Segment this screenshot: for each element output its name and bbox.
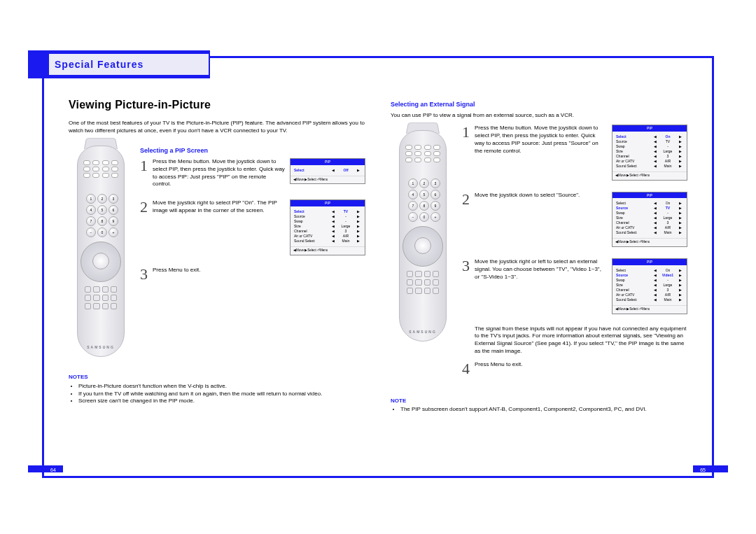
step-text: Move the joystick right or left to selec… xyxy=(475,258,612,314)
osd-row: Sound Select◀Main▶ xyxy=(616,164,683,169)
instruction-step: 1Press the Menu button. Move the joystic… xyxy=(140,158,365,188)
page-number-left: 64 xyxy=(50,468,56,472)
osd-row: Swap◀-▶ xyxy=(616,144,683,149)
numpad-key: 1 xyxy=(408,178,418,188)
osd-row: Source◀Video1▶ xyxy=(616,273,683,278)
remote-numpad: 123456789−0+ xyxy=(86,194,115,237)
numpad-key: 6 xyxy=(430,190,440,199)
osd-row: Sound Select◀Main▶ xyxy=(616,230,683,235)
instruction-step: 3Press Menu to exit. xyxy=(140,267,365,282)
osd-footer: ◀Move ▶Select ⏎Menu xyxy=(612,238,687,246)
note-item: The PIP subscreen doesn't support ANT-B,… xyxy=(400,406,687,414)
osd-row: Air or CATV◀AIR▶ xyxy=(294,234,361,239)
numpad-key: 5 xyxy=(419,190,429,199)
numpad-key: 4 xyxy=(86,205,96,215)
numpad-key: 6 xyxy=(108,205,118,215)
step-number: 1 xyxy=(140,158,153,188)
numpad-key: 9 xyxy=(430,201,440,211)
osd-row: Channel◀3▶ xyxy=(294,229,361,234)
note-item: Picture-in-Picture doesn't function when… xyxy=(78,383,365,391)
numpad-key: 2 xyxy=(97,194,107,204)
numpad-key: 0 xyxy=(419,212,429,222)
step-number: 4 xyxy=(462,361,475,377)
osd-row: Air or CATV◀AIR▶ xyxy=(616,293,683,297)
osd-title: PIP xyxy=(290,200,365,206)
osd-footer: ◀Move ▶Select ⏎Menu xyxy=(612,305,687,314)
osd-title: PIP xyxy=(612,192,687,199)
notes-head: NOTES xyxy=(69,374,365,381)
osd-row: Size◀Large▶ xyxy=(616,216,683,220)
step-number: 1 xyxy=(462,125,475,180)
numpad-key: − xyxy=(86,227,96,237)
osd-row: Swap◀-▶ xyxy=(616,278,683,283)
osd-row: Size◀Large▶ xyxy=(616,149,683,154)
osd-row: Source◀-▶ xyxy=(294,214,361,219)
notes-list-left: Picture-in-Picture doesn't function when… xyxy=(69,383,365,405)
brand-label: SAMSUNG xyxy=(78,345,124,350)
steps-container-right: 1Press the Menu button. Move the joystic… xyxy=(462,125,687,376)
note-item: Screen size can't be changed in the PIP … xyxy=(78,398,365,405)
brand-label: SAMSUNG xyxy=(400,330,446,335)
page-number-right: 65 xyxy=(700,468,706,472)
osd-row: Select◀TV▶ xyxy=(294,209,361,214)
instruction-step: 3Move the joystick right or left to sele… xyxy=(462,258,687,314)
osd-panel: PIPSelect◀On▶Source◀Video1▶Swap◀-▶Size◀L… xyxy=(612,258,687,314)
numpad-key: 4 xyxy=(408,190,418,199)
notes-head: NOTE xyxy=(391,398,687,405)
instruction-step: 1Press the Menu button. Move the joystic… xyxy=(462,125,687,180)
numpad-key: 0 xyxy=(97,227,107,237)
osd-title: PIP xyxy=(612,259,687,265)
steps-container-left: 1Press the Menu button. Move the joystic… xyxy=(140,158,365,282)
numpad-key: 3 xyxy=(430,178,440,188)
osd-row: Channel◀3▶ xyxy=(616,154,683,159)
instruction-step: 2Move the joystick down to select "Sourc… xyxy=(462,192,687,247)
osd-row: Channel◀3▶ xyxy=(616,288,683,293)
osd-row: Source◀TV▶ xyxy=(616,206,683,211)
osd-row: Air or CATV◀AIR▶ xyxy=(616,225,683,230)
section-title: Special Features xyxy=(55,59,144,70)
step-text: Press the Menu button. Move the joystick… xyxy=(153,158,290,188)
osd-row: Size◀Large▶ xyxy=(294,224,361,229)
subsection-head: Selecting a PIP Screen xyxy=(140,147,365,155)
osd-row: Swap◀-▶ xyxy=(294,219,361,224)
osd-footer: ◀Move ▶Select ⏎Menu xyxy=(612,171,687,180)
numpad-key: 7 xyxy=(408,201,418,211)
osd-footer: ◀Move ▶Select ⏎Menu xyxy=(290,176,365,184)
osd-row: Source◀TV▶ xyxy=(616,139,683,144)
note-item: If you turn the TV off while watching an… xyxy=(78,391,365,398)
remote-numpad: 123456789−0+ xyxy=(408,178,438,222)
numpad-key: 8 xyxy=(97,216,107,226)
osd-row: Channel◀3▶ xyxy=(616,220,683,225)
numpad-key: − xyxy=(408,212,418,222)
step-number: 3 xyxy=(462,258,475,314)
osd-row: Sound Select◀Main▶ xyxy=(294,239,361,244)
page-title: Viewing Picture-in-Picture xyxy=(69,98,365,113)
instruction-step: 4Press Menu to exit. xyxy=(462,361,687,377)
post-steps-note: The signal from these inputs will not ap… xyxy=(475,325,687,356)
numpad-key: 8 xyxy=(419,201,429,211)
subsection-head: Selecting an External Signal xyxy=(391,101,687,109)
numpad-key: + xyxy=(430,212,440,222)
numpad-key: + xyxy=(108,227,118,237)
osd-row: Select◀On▶ xyxy=(616,201,683,206)
section-tab: Special Features xyxy=(28,50,210,78)
osd-row: Air or CATV◀AIR▶ xyxy=(616,159,683,164)
osd-row: Swap◀-▶ xyxy=(616,211,683,216)
numpad-key: 1 xyxy=(86,194,96,204)
intro-text: One of the most best features of your TV… xyxy=(69,120,365,135)
notes-list-right: The PIP subscreen doesn't support ANT-B,… xyxy=(391,406,687,414)
numpad-key: 9 xyxy=(108,216,118,226)
step-text: Move the joystick down to select "Source… xyxy=(475,192,612,247)
step-text: Press Menu to exit. xyxy=(475,361,612,377)
step-number: 2 xyxy=(462,192,475,247)
numpad-key: 3 xyxy=(108,194,118,204)
osd-panel: PIPSelect◀On▶Source◀TV▶Swap◀-▶Size◀Large… xyxy=(612,192,687,247)
instruction-step: 2Move the joystick right to select PIP "… xyxy=(140,199,365,255)
remote-illustration: 123456789−0+ SAMSUNG xyxy=(391,125,454,349)
intro-text: You can use PIP to view a signal from an… xyxy=(391,112,687,120)
step-text: Move the joystick right to select PIP "O… xyxy=(153,199,290,255)
footer-accent-left xyxy=(28,465,63,472)
osd-row: Size◀Large▶ xyxy=(616,283,683,288)
osd-footer: ◀Move ▶Select ⏎Menu xyxy=(290,246,365,255)
osd-title: PIP xyxy=(612,125,687,132)
